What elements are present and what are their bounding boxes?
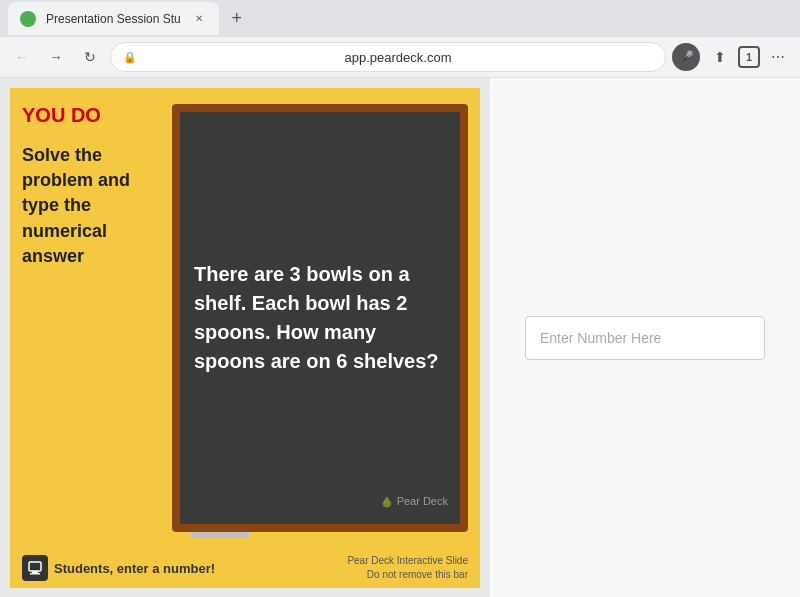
interactive-label-line1: Pear Deck Interactive Slide — [347, 554, 468, 568]
address-bar[interactable]: 🔒 app.peardeck.com — [110, 42, 666, 72]
you-do-label: YOU DO — [22, 104, 162, 127]
pear-deck-watermark: 🍐 Pear Deck — [380, 495, 448, 508]
mic-icon: 🎤 — [679, 50, 694, 64]
slide-area: YOU DO Solve the problem and type the nu… — [0, 78, 490, 597]
main-content: YOU DO Solve the problem and type the nu… — [0, 78, 800, 597]
browser-chrome: Presentation Session Stu ✕ + ← → ↻ 🔒 app… — [0, 0, 800, 78]
back-button[interactable]: ← — [8, 43, 36, 71]
back-icon: ← — [15, 49, 29, 65]
more-icon: ⋯ — [771, 49, 785, 65]
more-button[interactable]: ⋯ — [764, 43, 792, 71]
tab-bar: Presentation Session Stu ✕ + — [0, 0, 800, 37]
tab-close-button[interactable]: ✕ — [191, 11, 207, 27]
refresh-button[interactable]: ↻ — [76, 43, 104, 71]
interactive-label-line2: Do not remove this bar — [347, 568, 468, 582]
students-icon — [22, 555, 48, 581]
new-tab-button[interactable]: + — [223, 5, 251, 33]
refresh-icon: ↻ — [84, 49, 96, 65]
slide-content: YOU DO Solve the problem and type the nu… — [10, 88, 480, 548]
students-enter: Students, enter a number! — [22, 555, 215, 581]
tab-count-badge[interactable]: 1 — [738, 46, 760, 68]
lock-icon: 🔒 — [123, 51, 137, 64]
students-enter-label: Students, enter a number! — [54, 561, 215, 576]
toolbar-icons: ⬆ 1 ⋯ — [706, 43, 792, 71]
forward-icon: → — [49, 49, 63, 65]
share-icon: ⬆ — [714, 49, 726, 65]
tab-favicon — [20, 11, 36, 27]
svg-rect-2 — [30, 573, 40, 575]
active-tab[interactable]: Presentation Session Stu ✕ — [8, 2, 219, 35]
address-bar-row: ← → ↻ 🔒 app.peardeck.com 🎤 ⬆ 1 ⋯ — [0, 37, 800, 77]
chalkboard: There are 3 bowls on a shelf. Each bowl … — [172, 104, 468, 532]
instruction-text: Solve the problem and type the numerical… — [22, 143, 162, 269]
mic-button[interactable]: 🎤 — [672, 43, 700, 71]
svg-rect-0 — [29, 562, 41, 571]
tab-title: Presentation Session Stu — [46, 12, 181, 26]
you-do-section: YOU DO Solve the problem and type the nu… — [22, 104, 162, 532]
number-input[interactable]: Enter Number Here — [525, 316, 765, 360]
chalk-problem-text: There are 3 bowls on a shelf. Each bowl … — [194, 260, 446, 376]
share-button[interactable]: ⬆ — [706, 43, 734, 71]
address-url: app.peardeck.com — [143, 50, 653, 65]
forward-button[interactable]: → — [42, 43, 70, 71]
pear-deck-interactive-info: Pear Deck Interactive Slide Do not remov… — [347, 554, 468, 582]
slide-bottom-bar: Students, enter a number! Pear Deck Inte… — [10, 548, 480, 588]
number-input-placeholder: Enter Number Here — [540, 330, 661, 346]
right-panel: Enter Number Here — [490, 78, 800, 597]
